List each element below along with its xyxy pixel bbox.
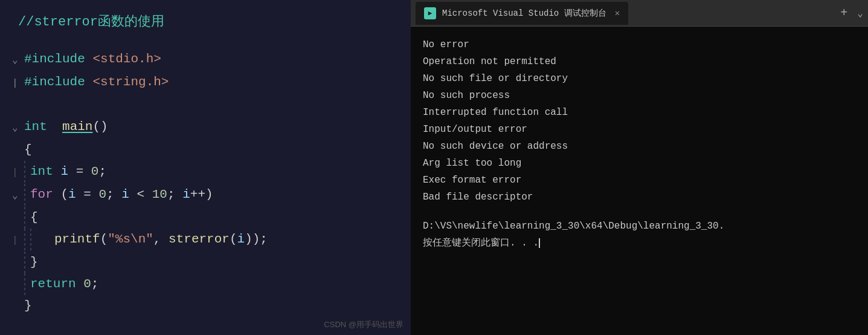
output-line-8: Arg list too long <box>423 155 856 172</box>
line-indicator: | <box>12 229 24 252</box>
code-text: int main() <box>24 116 108 138</box>
code-line-9: } <box>12 252 411 273</box>
line-indicator: ⌄ <box>12 116 24 139</box>
terminal-body: No error Operation not permitted No such… <box>411 27 868 335</box>
terminal-panel: ▶ Microsoft Visual Studio 调试控制台 ✕ + ⌄ No… <box>411 0 868 335</box>
output-line-10: Bad file descriptor <box>423 189 856 206</box>
code-text: for (i = 0; i < 10; i++) <box>30 184 213 206</box>
output-blank <box>423 206 856 218</box>
output-line-1: No error <box>423 36 856 53</box>
code-line-7: { <box>12 207 411 229</box>
line-indicator <box>12 295 24 296</box>
code-panel: //strerror函数的使用 ⌄ #include <stdio.h> | #… <box>0 0 411 335</box>
line-indicator <box>12 139 24 140</box>
code-line-6: ⌄ for (i = 0; i < 10; i++) <box>12 184 411 207</box>
tab-add-button[interactable]: + <box>840 6 847 20</box>
indent-bar <box>24 252 25 273</box>
output-line-5: Interrupted function call <box>423 104 856 121</box>
terminal-tab[interactable]: ▶ Microsoft Visual Studio 调试控制台 ✕ <box>416 2 628 25</box>
code-text: #include <string.h> <box>24 71 169 93</box>
code-comment: //strerror函数的使用 <box>12 12 411 30</box>
indent-bar <box>24 207 25 229</box>
tab-chevron-icon[interactable]: ⌄ <box>857 7 863 19</box>
watermark: CSDN @用手码出世界 <box>324 319 403 330</box>
code-text: int i = 0; <box>30 161 106 183</box>
code-line-10: return 0; <box>12 273 411 295</box>
code-line-8: | printf("%s\n", strerror(i)); <box>12 229 411 252</box>
terminal-tab-bar: ▶ Microsoft Visual Studio 调试控制台 ✕ + ⌄ <box>411 0 868 27</box>
line-indicator <box>12 252 24 253</box>
output-line-7: No such device or address <box>423 138 856 155</box>
code-text: } <box>30 252 38 273</box>
tab-close-button[interactable]: ✕ <box>615 8 620 18</box>
line-indicator: | <box>12 71 24 94</box>
line-indicator: ⌄ <box>12 48 24 71</box>
tab-controls: + ⌄ <box>840 6 863 20</box>
output-line-3: No such file or directory <box>423 70 856 87</box>
indent-bar <box>24 273 25 295</box>
cursor <box>539 238 540 248</box>
code-text: { <box>24 139 32 161</box>
code-text: } <box>24 295 32 317</box>
output-line-2: Operation not permitted <box>423 53 856 70</box>
output-line-4: No such process <box>423 87 856 104</box>
output-close-prompt: 按任意键关闭此窗口. . . <box>423 235 856 252</box>
code-line-1: ⌄ #include <stdio.h> <box>12 48 411 71</box>
indent-bar <box>24 229 25 250</box>
code-line-blank <box>12 94 411 116</box>
line-indicator <box>12 273 24 275</box>
indent-bar <box>24 184 25 206</box>
line-indicator: ⌄ <box>12 184 24 207</box>
line-indicator: | <box>12 161 24 184</box>
indent-bar-2 <box>30 229 31 250</box>
code-line-5: | int i = 0; <box>12 161 411 184</box>
code-line-4: { <box>12 139 411 161</box>
output-path: D:\VS\newlife\learning_3_30\x64\Debug\le… <box>423 218 856 235</box>
code-line-11: } <box>12 295 411 317</box>
output-line-6: Input/output error <box>423 121 856 138</box>
code-text: return 0; <box>30 273 98 295</box>
tab-label: Microsoft Visual Studio 调试控制台 <box>442 8 606 19</box>
code-line-3: ⌄ int main() <box>12 116 411 139</box>
line-indicator <box>12 207 24 208</box>
code-text: { <box>30 207 38 229</box>
indent-bar <box>24 161 25 183</box>
vs-icon: ▶ <box>424 7 436 19</box>
code-text: printf("%s\n", strerror(i)); <box>54 229 268 250</box>
code-line-2: | #include <string.h> <box>12 71 411 94</box>
code-text: #include <stdio.h> <box>24 48 161 70</box>
output-line-9: Exec format error <box>423 172 856 189</box>
